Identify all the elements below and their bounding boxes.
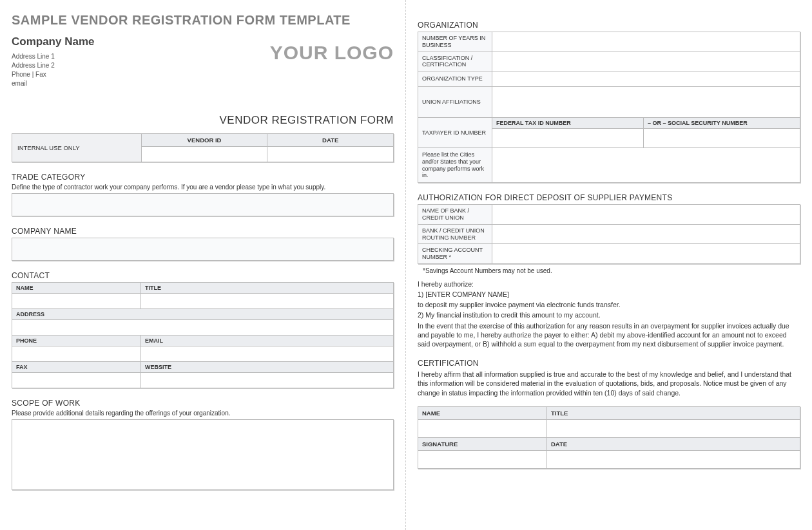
form-title: VENDOR REGISTRATION FORM — [12, 114, 394, 127]
vendor-id-header: VENDOR ID — [141, 133, 267, 146]
address-line-1: Address Line 1 — [12, 52, 94, 61]
contact-table: NAME TITLE ADDRESS PHONE EMAIL FAX WEBSI… — [12, 282, 394, 388]
cert-date-header: DATE — [547, 437, 800, 450]
page-1: SAMPLE VENDOR REGISTRATION FORM TEMPLATE… — [0, 0, 406, 530]
cert-date-input[interactable] — [547, 450, 800, 468]
cert-name-header: NAME — [418, 406, 547, 419]
signature-table: NAME TITLE SIGNATURE DATE — [418, 406, 800, 469]
certification-text: I hereby affirm that all information sup… — [418, 370, 800, 397]
contact-fax-header: FAX — [12, 361, 141, 372]
contact-name-header: NAME — [12, 282, 141, 293]
date-input[interactable] — [267, 146, 394, 162]
hereby-text: I hereby authorize: — [418, 279, 800, 289]
cert-signature-header: SIGNATURE — [418, 437, 547, 450]
org-type-label: ORGANIZATION TYPE — [418, 71, 492, 87]
cert-name-input[interactable] — [418, 419, 547, 437]
letterhead: Company Name Address Line 1 Address Line… — [12, 34, 394, 88]
contact-email-header: EMAIL — [141, 335, 394, 346]
logo-placeholder: YOUR LOGO — [270, 42, 394, 64]
contact-email-input[interactable] — [141, 346, 394, 361]
trade-category-sub: Define the type of contractor work your … — [12, 184, 394, 191]
company-name: Company Name — [12, 34, 94, 50]
contact-address-header: ADDRESS — [12, 308, 394, 319]
bank-label: NAME OF BANK / CREDIT UNION — [418, 205, 492, 225]
certification-title: CERTIFICATION — [418, 359, 800, 368]
taxpayer-label: TAXPAYER ID NUMBER — [418, 118, 492, 148]
date-header: DATE — [267, 133, 394, 146]
savings-note: *Savings Account Numbers may not be used… — [423, 267, 800, 274]
document-title: SAMPLE VENDOR REGISTRATION FORM TEMPLATE — [12, 13, 394, 28]
cert-title-header: TITLE — [547, 406, 800, 419]
scope-input[interactable] — [12, 419, 394, 490]
phone-fax: Phone | Fax — [12, 70, 94, 79]
union-label: UNION AFFILIATIONS — [418, 87, 492, 118]
cities-label: Please list the Cities and/or States tha… — [418, 148, 492, 183]
routing-input[interactable] — [492, 224, 800, 244]
contact-title-header: TITLE — [141, 282, 394, 293]
fed-tax-input[interactable] — [492, 129, 644, 148]
scope-title: SCOPE OF WORK — [12, 399, 394, 408]
years-label: NUMBER OF YEARS IN BUSINESS — [418, 32, 492, 52]
contact-title-input[interactable] — [141, 293, 394, 308]
bank-input[interactable] — [492, 205, 800, 225]
company-block: Company Name Address Line 1 Address Line… — [12, 34, 94, 88]
internal-use-label: INTERNAL USE ONLY — [12, 133, 142, 162]
email: email — [12, 79, 94, 88]
trade-category-input[interactable] — [12, 193, 394, 216]
company-name-input[interactable] — [12, 238, 394, 261]
authorization-title: AUTHORIZATION FOR DIRECT DEPOSIT OF SUPP… — [418, 193, 800, 202]
years-input[interactable] — [492, 32, 800, 52]
contact-fax-input[interactable] — [12, 372, 141, 388]
vendor-id-input[interactable] — [141, 146, 267, 162]
address-line-2: Address Line 2 — [12, 61, 94, 70]
ssn-input[interactable] — [644, 129, 800, 148]
cert-signature-input[interactable] — [418, 450, 547, 468]
contact-website-header: WEBSITE — [141, 361, 394, 372]
organization-table: NUMBER OF YEARS IN BUSINESS CLASSIFICATI… — [418, 32, 800, 183]
authorization-text: I hereby authorize: 1) [ENTER COMPANY NA… — [418, 279, 800, 348]
fed-tax-header: FEDERAL TAX ID NUMBER — [492, 118, 644, 129]
union-input[interactable] — [492, 87, 800, 118]
classification-input[interactable] — [492, 52, 800, 71]
page-2: ORGANIZATION NUMBER OF YEARS IN BUSINESS… — [406, 0, 812, 530]
auth-line-3: In the event that the exercise of this a… — [418, 321, 800, 349]
trade-category-title: TRADE CATEGORY — [12, 173, 394, 182]
contact-address-input[interactable] — [12, 319, 394, 335]
contact-phone-input[interactable] — [12, 346, 141, 361]
internal-use-table: INTERNAL USE ONLY VENDOR ID DATE — [12, 133, 394, 162]
checking-label: CHECKING ACCOUNT NUMBER * — [418, 244, 492, 264]
or-ssn-header: – OR – SOCIAL SECURITY NUMBER — [644, 118, 800, 129]
contact-phone-header: PHONE — [12, 335, 141, 346]
classification-label: CLASSIFICATION / CERTIFICATION — [418, 52, 492, 71]
cert-title-input[interactable] — [547, 419, 800, 437]
routing-label: BANK / CREDIT UNION ROUTING NUMBER — [418, 224, 492, 244]
contact-website-input[interactable] — [141, 372, 394, 388]
contact-title: CONTACT — [12, 271, 394, 280]
cities-input[interactable] — [492, 148, 800, 183]
contact-name-input[interactable] — [12, 293, 141, 308]
organization-title: ORGANIZATION — [418, 21, 800, 30]
auth-line-1: 1) [ENTER COMPANY NAME] — [418, 290, 800, 299]
auth-line-2: 2) My financial institution to credit th… — [418, 310, 800, 319]
auth-line-1b: to deposit my supplier invoice payment v… — [418, 300, 800, 309]
scope-sub: Please provide additional details regard… — [12, 410, 394, 417]
authorization-table: NAME OF BANK / CREDIT UNION BANK / CREDI… — [418, 204, 800, 264]
org-type-input[interactable] — [492, 71, 800, 87]
company-name-title: COMPANY NAME — [12, 227, 394, 236]
checking-input[interactable] — [492, 244, 800, 264]
